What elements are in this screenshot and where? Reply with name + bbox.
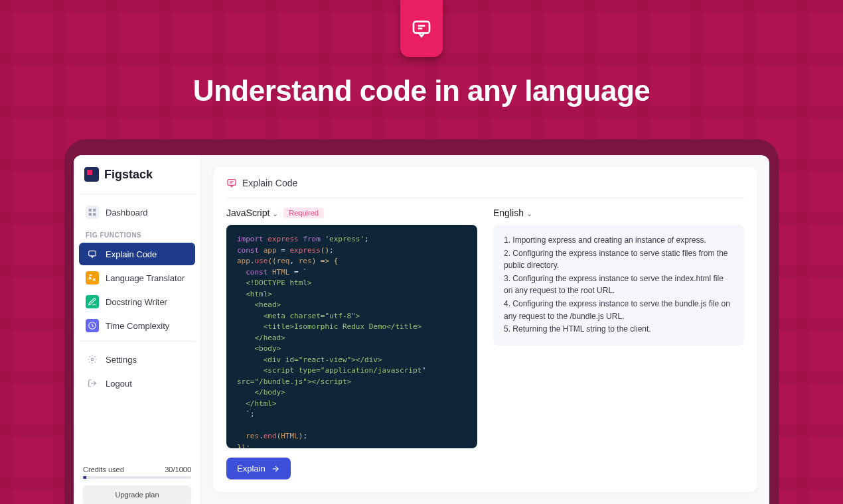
upgrade-button[interactable]: Upgrade plan [83,485,191,504]
explanation-output: 1. Importing express and creating an ins… [493,225,744,346]
sidebar-item-language-translator[interactable]: Language Translator [79,267,195,289]
sidebar-item-logout[interactable]: Logout [79,372,195,395]
svg-rect-10 [228,180,236,186]
credits-block: Credits used 30/1000 Upgrade plan [79,466,195,504]
divider [79,341,195,342]
sidebar-item-label: Logout [106,379,132,389]
explain-button[interactable]: Explain [226,458,291,479]
logout-icon [86,377,99,390]
sidebar-section-label: FIG FUNCTIONS [79,225,195,243]
credits-progress [83,476,191,479]
function-icon [86,247,99,261]
brand-logo-icon [84,167,99,182]
required-badge: Required [283,208,324,218]
svg-rect-4 [93,209,96,212]
output-line: 3. Configuring the express instance to s… [504,273,733,297]
output-line: 2. Configuring the express instance to s… [504,247,733,272]
sidebar-item-label: Settings [106,355,137,365]
gear-icon [86,353,99,366]
sidebar-item-label: Time Complexity [106,321,169,331]
main-content: Explain Code JavaScript ⌄ Required impor… [201,155,769,504]
grid-icon [86,206,99,219]
source-lang-select[interactable]: JavaScript ⌄ [226,208,278,218]
chat-icon [411,18,432,39]
hero-title: Understand code in any language [0,74,843,107]
sidebar-item-label: Language Translator [106,273,185,283]
svg-rect-3 [89,209,92,212]
app-window-frame: Figstack Dashboard FIG FUNCTIONS Explain… [64,139,779,504]
code-editor[interactable]: import express from 'express'; const app… [226,225,477,448]
credits-value: 30/1000 [165,466,191,473]
sidebar: Figstack Dashboard FIG FUNCTIONS Explain… [74,155,201,504]
card-title: Explain Code [242,178,297,188]
svg-rect-6 [93,213,96,216]
output-line: 1. Importing express and creating an ins… [504,234,733,247]
hero-badge [400,0,443,57]
function-icon [86,271,99,284]
sidebar-item-settings[interactable]: Settings [79,348,195,371]
app-window: Figstack Dashboard FIG FUNCTIONS Explain… [74,155,769,504]
explain-card: Explain Code JavaScript ⌄ Required impor… [213,167,757,492]
output-line: 5. Returning the HTML string to the clie… [504,323,733,336]
svg-rect-7 [89,251,96,256]
sidebar-item-label: Docstring Writer [106,297,167,307]
svg-rect-0 [414,21,429,32]
sidebar-item-label: Explain Code [106,249,157,259]
chat-icon [226,178,237,188]
svg-rect-5 [89,213,92,216]
function-icon [86,319,99,332]
divider [79,194,195,194]
sidebar-item-docstring-writer[interactable]: Docstring Writer [79,290,195,313]
credits-label: Credits used [83,466,124,473]
sidebar-item-explain-code[interactable]: Explain Code [79,243,195,265]
brand-row[interactable]: Figstack [79,164,195,191]
card-header: Explain Code [226,178,744,198]
arrow-right-icon [271,464,280,473]
svg-point-9 [91,358,94,361]
brand-name: Figstack [104,168,153,182]
sidebar-item-dashboard[interactable]: Dashboard [79,201,195,223]
target-lang-select[interactable]: English ⌄ [493,208,532,218]
output-pane: English ⌄ 1. Importing express and creat… [493,208,744,479]
source-pane: JavaScript ⌄ Required import express fro… [226,208,477,479]
output-line: 4. Configuring the express instance to s… [504,298,733,322]
chevron-down-icon: ⌄ [526,210,532,218]
chevron-down-icon: ⌄ [272,210,278,218]
sidebar-item-time-complexity[interactable]: Time Complexity [79,314,195,337]
sidebar-item-label: Dashboard [106,208,148,218]
function-icon [86,295,99,308]
